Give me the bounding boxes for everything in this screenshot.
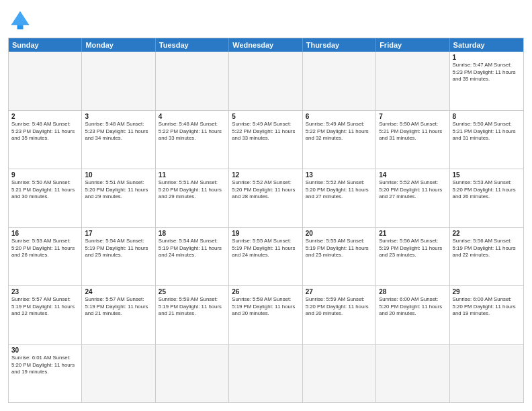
cell-info: Sunrise: 5:48 AM Sunset: 5:23 PM Dayligh… — [11, 121, 79, 142]
cell-info: Sunrise: 5:53 AM Sunset: 5:20 PM Dayligh… — [11, 238, 79, 259]
cell-info: Sunrise: 5:50 AM Sunset: 5:21 PM Dayligh… — [11, 179, 79, 201]
table-row: 19Sunrise: 5:55 AM Sunset: 5:19 PM Dayli… — [229, 228, 302, 285]
calendar-week-6: 30Sunrise: 6:01 AM Sunset: 5:20 PM Dayli… — [9, 344, 523, 402]
day-header-wednesday: Wednesday — [229, 38, 302, 52]
day-number: 6 — [306, 113, 373, 120]
table-row: 13Sunrise: 5:52 AM Sunset: 5:20 PM Dayli… — [303, 169, 376, 227]
day-number: 12 — [232, 171, 299, 179]
cell-info: Sunrise: 5:58 AM Sunset: 5:19 PM Dayligh… — [232, 296, 299, 318]
cell-info: Sunrise: 5:52 AM Sunset: 5:20 PM Dayligh… — [232, 179, 299, 201]
table-row: 10Sunrise: 5:51 AM Sunset: 5:20 PM Dayli… — [82, 169, 155, 227]
day-number: 30 — [11, 347, 79, 354]
day-number: 13 — [306, 171, 373, 179]
table-row: 11Sunrise: 5:51 AM Sunset: 5:20 PM Dayli… — [156, 169, 229, 227]
cell-info: Sunrise: 5:52 AM Sunset: 5:20 PM Dayligh… — [306, 179, 373, 201]
cell-info: Sunrise: 5:54 AM Sunset: 5:19 PM Dayligh… — [85, 238, 152, 259]
table-row: 30Sunrise: 6:01 AM Sunset: 5:20 PM Dayli… — [9, 345, 82, 402]
day-number: 4 — [159, 113, 226, 120]
day-number: 1 — [453, 54, 521, 61]
table-row: 23Sunrise: 5:57 AM Sunset: 5:19 PM Dayli… — [9, 286, 82, 344]
table-row: 25Sunrise: 5:58 AM Sunset: 5:19 PM Dayli… — [156, 286, 229, 344]
calendar-week-1: 1Sunrise: 5:47 AM Sunset: 5:23 PM Daylig… — [9, 52, 523, 110]
table-row: 12Sunrise: 5:52 AM Sunset: 5:20 PM Dayli… — [229, 169, 302, 227]
table-row — [229, 345, 302, 402]
day-number: 8 — [453, 113, 521, 120]
table-row: 9Sunrise: 5:50 AM Sunset: 5:21 PM Daylig… — [9, 169, 82, 227]
cell-info: Sunrise: 6:00 AM Sunset: 5:20 PM Dayligh… — [379, 296, 446, 318]
logo — [8, 8, 36, 32]
table-row: 26Sunrise: 5:58 AM Sunset: 5:19 PM Dayli… — [229, 286, 302, 344]
calendar-body: 1Sunrise: 5:47 AM Sunset: 5:23 PM Daylig… — [9, 52, 523, 402]
table-row: 24Sunrise: 5:57 AM Sunset: 5:19 PM Dayli… — [82, 286, 155, 344]
table-row — [82, 345, 155, 402]
day-number: 3 — [85, 113, 152, 120]
cell-info: Sunrise: 5:48 AM Sunset: 5:23 PM Dayligh… — [85, 121, 152, 142]
day-number: 17 — [85, 230, 152, 237]
calendar: SundayMondayTuesdayWednesdayThursdayFrid… — [8, 38, 524, 403]
cell-info: Sunrise: 5:55 AM Sunset: 5:19 PM Dayligh… — [232, 238, 299, 259]
table-row — [156, 345, 229, 402]
day-number: 10 — [85, 171, 152, 179]
table-row — [303, 345, 376, 402]
table-row: 8Sunrise: 5:50 AM Sunset: 5:21 PM Daylig… — [450, 111, 523, 169]
day-header-monday: Monday — [82, 38, 155, 52]
table-row — [82, 52, 155, 110]
table-row — [376, 345, 449, 402]
cell-info: Sunrise: 5:57 AM Sunset: 5:19 PM Dayligh… — [85, 296, 152, 318]
svg-rect-2 — [17, 25, 24, 29]
day-number: 19 — [232, 230, 299, 237]
cell-info: Sunrise: 6:00 AM Sunset: 5:20 PM Dayligh… — [453, 296, 521, 318]
table-row: 3Sunrise: 5:48 AM Sunset: 5:23 PM Daylig… — [82, 111, 155, 169]
table-row: 29Sunrise: 6:00 AM Sunset: 5:20 PM Dayli… — [450, 286, 523, 344]
cell-info: Sunrise: 5:58 AM Sunset: 5:19 PM Dayligh… — [159, 296, 226, 318]
table-row: 4Sunrise: 5:48 AM Sunset: 5:22 PM Daylig… — [156, 111, 229, 169]
calendar-week-4: 16Sunrise: 5:53 AM Sunset: 5:20 PM Dayli… — [9, 227, 523, 285]
calendar-week-3: 9Sunrise: 5:50 AM Sunset: 5:21 PM Daylig… — [9, 169, 523, 227]
day-header-tuesday: Tuesday — [156, 38, 229, 52]
day-number: 20 — [306, 230, 373, 237]
calendar-header: SundayMondayTuesdayWednesdayThursdayFrid… — [9, 38, 523, 52]
cell-info: Sunrise: 5:54 AM Sunset: 5:19 PM Dayligh… — [159, 238, 226, 259]
cell-info: Sunrise: 5:59 AM Sunset: 5:20 PM Dayligh… — [306, 296, 373, 318]
table-row: 15Sunrise: 5:53 AM Sunset: 5:20 PM Dayli… — [450, 169, 523, 227]
table-row: 5Sunrise: 5:49 AM Sunset: 5:22 PM Daylig… — [229, 111, 302, 169]
table-row — [9, 52, 82, 110]
logo-icon — [8, 8, 32, 32]
table-row: 27Sunrise: 5:59 AM Sunset: 5:20 PM Dayli… — [303, 286, 376, 344]
cell-info: Sunrise: 5:49 AM Sunset: 5:22 PM Dayligh… — [232, 121, 299, 142]
calendar-week-2: 2Sunrise: 5:48 AM Sunset: 5:23 PM Daylig… — [9, 110, 523, 169]
day-number: 26 — [232, 288, 299, 295]
day-number: 24 — [85, 288, 152, 295]
day-number: 15 — [453, 171, 521, 179]
cell-info: Sunrise: 5:47 AM Sunset: 5:23 PM Dayligh… — [453, 62, 521, 83]
table-row — [156, 52, 229, 110]
day-number: 7 — [379, 113, 446, 120]
day-number: 21 — [379, 230, 446, 237]
cell-info: Sunrise: 5:51 AM Sunset: 5:20 PM Dayligh… — [85, 179, 152, 201]
cell-info: Sunrise: 6:01 AM Sunset: 5:20 PM Dayligh… — [11, 355, 79, 376]
table-row: 20Sunrise: 5:55 AM Sunset: 5:19 PM Dayli… — [303, 228, 376, 285]
day-header-friday: Friday — [376, 38, 449, 52]
day-number: 25 — [159, 288, 226, 295]
cell-info: Sunrise: 5:50 AM Sunset: 5:21 PM Dayligh… — [453, 121, 521, 142]
day-header-saturday: Saturday — [450, 38, 523, 52]
table-row — [303, 52, 376, 110]
cell-info: Sunrise: 5:51 AM Sunset: 5:20 PM Dayligh… — [159, 179, 226, 201]
table-row: 2Sunrise: 5:48 AM Sunset: 5:23 PM Daylig… — [9, 111, 82, 169]
cell-info: Sunrise: 5:55 AM Sunset: 5:19 PM Dayligh… — [306, 238, 373, 259]
day-number: 27 — [306, 288, 373, 295]
day-number: 2 — [11, 113, 79, 120]
table-row: 18Sunrise: 5:54 AM Sunset: 5:19 PM Dayli… — [156, 228, 229, 285]
day-number: 5 — [232, 113, 299, 120]
cell-info: Sunrise: 5:49 AM Sunset: 5:22 PM Dayligh… — [306, 121, 373, 142]
table-row — [450, 345, 523, 402]
table-row: 1Sunrise: 5:47 AM Sunset: 5:23 PM Daylig… — [450, 52, 523, 110]
cell-info: Sunrise: 5:56 AM Sunset: 5:19 PM Dayligh… — [453, 238, 521, 259]
table-row: 28Sunrise: 6:00 AM Sunset: 5:20 PM Dayli… — [376, 286, 449, 344]
cell-info: Sunrise: 5:50 AM Sunset: 5:21 PM Dayligh… — [379, 121, 446, 142]
table-row — [376, 52, 449, 110]
table-row: 16Sunrise: 5:53 AM Sunset: 5:20 PM Dayli… — [9, 228, 82, 285]
day-number: 9 — [11, 171, 79, 179]
day-number: 23 — [11, 288, 79, 295]
calendar-week-5: 23Sunrise: 5:57 AM Sunset: 5:19 PM Dayli… — [9, 285, 523, 344]
